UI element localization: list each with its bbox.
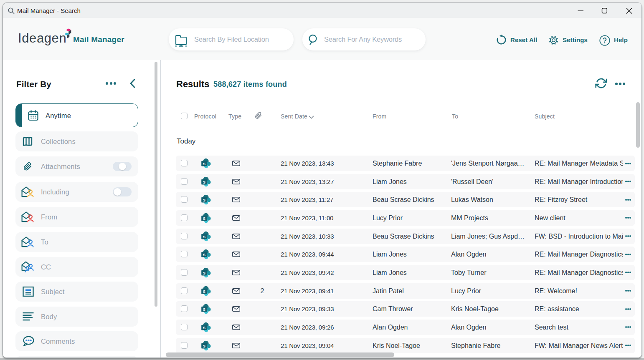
svg-text:S: S	[203, 289, 205, 293]
svg-text:S: S	[203, 216, 205, 220]
svg-text:S: S	[203, 161, 205, 166]
svg-text:S: S	[203, 307, 205, 312]
svg-text:S: S	[203, 252, 205, 257]
svg-text:S: S	[203, 270, 205, 275]
svg-text:S: S	[203, 198, 205, 202]
svg-text:S: S	[203, 179, 205, 184]
svg-text:S: S	[203, 325, 205, 330]
svg-text:S: S	[203, 343, 205, 348]
svg-text:S: S	[203, 234, 205, 239]
